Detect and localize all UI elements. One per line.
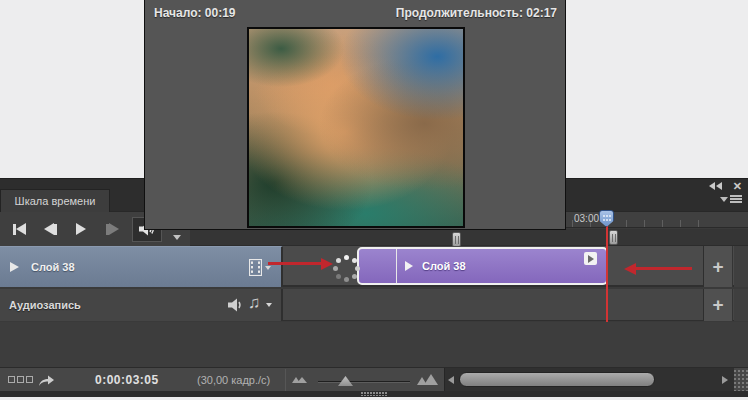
horizontal-scrollbar[interactable]	[444, 368, 734, 392]
play-button[interactable]	[70, 220, 92, 238]
current-timecode: 0:00:03:05	[95, 373, 159, 387]
playhead-line	[606, 225, 608, 322]
go-to-first-frame-button[interactable]	[8, 220, 30, 238]
scroll-right-icon[interactable]	[722, 376, 728, 384]
panel-bottom-edge	[0, 391, 748, 397]
clip-preview-popup: Начало: 00:19 Продолжительность: 02:17	[144, 0, 566, 230]
export-arrow-icon[interactable]	[38, 374, 55, 387]
panel-menu-icon[interactable]	[720, 195, 742, 203]
loading-spinner-icon	[333, 255, 361, 283]
add-video-track-button[interactable]: +	[703, 246, 733, 287]
add-audio-track-button[interactable]: +	[703, 289, 733, 321]
ruler-tick	[680, 220, 681, 227]
work-area-handle-right[interactable]	[609, 230, 618, 245]
video-clip-layer-38[interactable]: Слой 38	[357, 247, 608, 285]
resize-grip[interactable]	[734, 370, 748, 391]
timeline-status-bar: 0:00:03:05 (30,00 кадр./с)	[0, 367, 748, 391]
audio-options-dropdown-icon[interactable]	[266, 303, 272, 307]
screenshot-root: Шкала времени ✕ 03:00	[0, 0, 748, 400]
zoom-slider-track[interactable]	[318, 381, 410, 383]
scroll-left-icon[interactable]	[448, 376, 454, 384]
work-area-handle-left[interactable]	[452, 232, 461, 247]
collapse-panel-icon[interactable]	[709, 182, 722, 190]
tab-timeline[interactable]: Шкала времени	[0, 189, 110, 212]
ruler-tick	[644, 220, 645, 227]
scrollbar-thumb[interactable]	[459, 372, 655, 387]
video-track-header[interactable]: Слой 38	[0, 246, 283, 287]
ruler-time-label: 03:00	[574, 213, 599, 224]
panel-drag-handle[interactable]	[361, 392, 387, 396]
ruler-tick	[662, 220, 663, 227]
clip-expand-icon[interactable]	[405, 261, 413, 271]
zoom-out-icon[interactable]	[292, 377, 307, 383]
ruler-tick	[698, 220, 699, 227]
divider	[285, 369, 286, 391]
render-quality-dropdown-icon[interactable]	[173, 235, 181, 240]
next-frame-button[interactable]	[101, 220, 123, 238]
filmstrip-icon[interactable]	[249, 259, 262, 276]
clip-thumbnail	[359, 249, 397, 283]
track-row-tail	[734, 246, 748, 287]
zoom-in-icon[interactable]	[417, 374, 438, 385]
audio-speaker-icon[interactable]	[228, 298, 244, 312]
frame-view-icon[interactable]	[8, 376, 33, 383]
video-track-name: Слой 38	[31, 261, 75, 273]
previous-frame-button[interactable]	[39, 220, 61, 238]
audio-track-header[interactable]: Аудиозапись ♫	[0, 289, 283, 321]
annotation-arrow-left	[624, 263, 692, 275]
video-preview-frame	[247, 27, 465, 228]
track-row-tail	[734, 289, 748, 321]
ruler-tick	[572, 220, 573, 227]
clip-trim-handle[interactable]	[584, 252, 597, 265]
clip-start-label: Начало: 00:19	[154, 6, 236, 20]
annotation-arrow-right	[268, 258, 333, 270]
clip-duration-label: Продолжительность: 02:17	[396, 6, 557, 20]
music-note-icon[interactable]: ♫	[248, 293, 261, 313]
ruler-tick	[626, 220, 627, 227]
close-panel-icon[interactable]: ✕	[733, 180, 742, 193]
clip-label: Слой 38	[422, 260, 466, 272]
audio-track-row: Аудиозапись ♫ +	[0, 289, 748, 321]
audio-track-name: Аудиозапись	[9, 299, 81, 311]
timeline-empty-area	[0, 322, 748, 367]
frame-rate-label: (30,00 кадр./с)	[197, 374, 270, 386]
expand-track-icon[interactable]	[10, 262, 19, 272]
